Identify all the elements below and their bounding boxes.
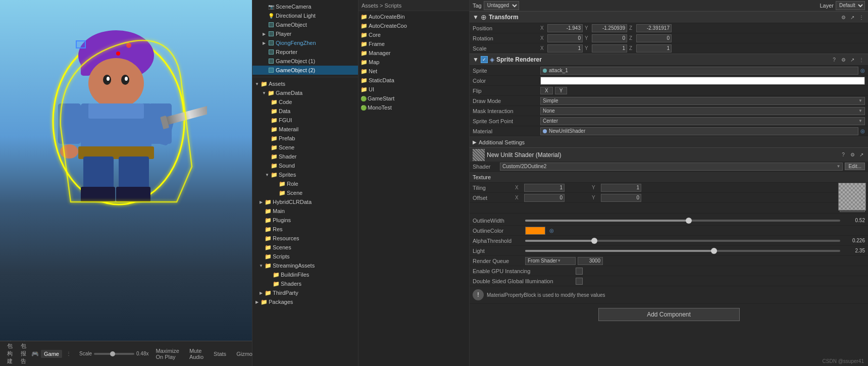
folder-code[interactable]: 📁 Code (252, 97, 358, 107)
hier-item-scenecamera[interactable]: 📷 SceneCamera (252, 2, 358, 11)
folder-scene2[interactable]: 📁 Scene (252, 188, 358, 197)
folder-streaming[interactable]: ▼ 📁 StreamingAssets (252, 261, 358, 270)
gamedata-folder[interactable]: ▼ 📁 GameData (252, 88, 358, 97)
sr-help-icon[interactable]: ? (831, 56, 838, 63)
asset-gamestart[interactable]: 🟢 GameStart (359, 94, 469, 103)
mute-label[interactable]: Mute Audio (186, 347, 207, 361)
material-component-header[interactable]: New Unlit Shader (Material) ? ⚙ ↗ (470, 147, 868, 162)
draw-mode-dropdown[interactable]: Simple ▼ (540, 97, 865, 105)
hier-item-qiongfengzhen[interactable]: ▶ QiongFengZhen (252, 38, 358, 47)
folder-scripts[interactable]: 📁 Scripts (252, 252, 358, 261)
folder-materail[interactable]: 📁 Materail (252, 125, 358, 134)
folder-resources[interactable]: 📁 Resources (252, 234, 358, 243)
sr-expand-icon[interactable]: ↗ (849, 56, 856, 63)
outline-color-swatch[interactable] (525, 227, 545, 235)
transform-component-header[interactable]: ▼ ⊕ Transform ⚙ ↗ ⋮ (470, 11, 868, 23)
folder-sound[interactable]: 📁 Sound (252, 161, 358, 170)
folder-shaders2[interactable]: 📁 Shaders (252, 279, 358, 288)
maximize-label[interactable]: Maximize On Play (152, 347, 182, 361)
transform-expand-icon[interactable]: ↗ (849, 14, 856, 21)
offset-x-input[interactable] (524, 194, 565, 202)
scale-slider[interactable] (94, 353, 134, 355)
additional-settings-section[interactable]: ▶ Additional Settings (470, 136, 868, 147)
folder-buildinfiles[interactable]: 📁 BuildinFiles (252, 270, 358, 279)
scale-y-input[interactable] (592, 44, 627, 53)
asset-core[interactable]: 📁 Core (359, 30, 469, 39)
expand-streaming[interactable]: ▼ (259, 263, 264, 268)
light-slider[interactable] (525, 250, 840, 252)
mat-expand-icon[interactable]: ↗ (858, 151, 865, 159)
folder-shader[interactable]: 📁 Shader (252, 152, 358, 161)
material-link-icon[interactable]: ◎ (860, 128, 865, 134)
tag-select[interactable]: Untagged (484, 1, 519, 10)
sr-menu-icon[interactable]: ⋮ (858, 56, 865, 63)
asset-autocreatebin[interactable]: 📁 AutoCreateBin (359, 12, 469, 21)
game-tab[interactable]: Game (41, 350, 62, 358)
outline-width-slider[interactable] (525, 220, 840, 222)
sr-settings-icon[interactable]: ⚙ (840, 56, 847, 63)
alpha-threshold-slider[interactable] (525, 240, 840, 242)
offset-y-input[interactable] (601, 194, 641, 202)
expand-gamedata[interactable]: ▼ (262, 90, 267, 95)
asset-map[interactable]: 📁 Map (359, 58, 469, 67)
hier-item-dirlight[interactable]: 💡 Directional Light (252, 11, 358, 20)
color-swatch[interactable] (540, 77, 865, 85)
asset-monotest[interactable]: 🟢 MonoTest (359, 103, 469, 112)
rot-x-input[interactable] (547, 34, 583, 42)
hier-item-reporter[interactable]: Reporter (252, 47, 358, 57)
folder-prefab[interactable]: 📁 Prefab (252, 134, 358, 143)
flip-y-button[interactable]: Y (555, 87, 568, 94)
texture-preview-box[interactable] (838, 183, 866, 211)
folder-scenes[interactable]: 📁 Scenes (252, 243, 358, 252)
transform-settings-icon[interactable]: ⚙ (840, 14, 847, 21)
pos-y-input[interactable] (592, 24, 627, 32)
folder-thirdparty[interactable]: ▶ 📁 ThirdParty (252, 288, 358, 297)
expand-thirdparty[interactable]: ▶ (259, 290, 264, 295)
folder-main[interactable]: 📁 Main (252, 206, 358, 216)
expand-arrow-player[interactable]: ▶ (262, 31, 267, 36)
expand-arrow-qfz[interactable]: ▶ (262, 40, 267, 45)
scale-x-input[interactable] (547, 44, 583, 53)
mask-interaction-dropdown[interactable]: None ▼ (540, 107, 865, 115)
outline-color-link[interactable]: ◎ (549, 228, 554, 233)
asset-net[interactable]: 📁 Net (359, 67, 469, 76)
transform-menu-icon[interactable]: ⋮ (858, 14, 865, 21)
assets-root[interactable]: ▼ 📁 Assets (252, 79, 358, 88)
hier-item-gameobject[interactable]: GameObject (252, 20, 358, 29)
folder-scene[interactable]: 📁 Scene (252, 143, 358, 152)
rot-z-input[interactable] (636, 34, 672, 42)
pos-x-input[interactable] (547, 24, 583, 32)
tiling-x-input[interactable] (524, 184, 565, 192)
folder-data[interactable]: 📁 Data (252, 107, 358, 116)
asset-frame[interactable]: 📁 Frame (359, 39, 469, 48)
scene-view[interactable] (0, 0, 252, 341)
sprite-field[interactable]: attack_1 (540, 67, 858, 75)
shader-dropdown[interactable]: Custom/2DOutline2 ▼ (500, 163, 843, 171)
scale-z-input[interactable] (636, 44, 672, 53)
hier-item-player[interactable]: ▶ Player (252, 29, 358, 38)
sprite-sort-point-dropdown[interactable]: Center ▼ (540, 117, 865, 125)
material-field[interactable]: NewUnlitShader (540, 127, 858, 135)
rq-val-input[interactable] (578, 257, 603, 265)
folder-hybridclr[interactable]: ▶ 📁 HybridCLRData (252, 197, 358, 206)
rq-dropdown[interactable]: From Shader ▼ (525, 257, 576, 265)
double-sided-checkbox[interactable] (576, 278, 583, 285)
shader-edit-button[interactable]: Edit... (845, 163, 865, 170)
expand-packages[interactable]: ▶ (254, 299, 260, 304)
asset-manager[interactable]: 📁 Manager (359, 48, 469, 58)
rot-y-input[interactable] (592, 34, 627, 42)
layer-select[interactable]: Default (836, 1, 865, 10)
stats-label[interactable]: Stats (211, 350, 229, 358)
folder-plugins[interactable]: 📁 Plugins (252, 216, 358, 225)
folder-role[interactable]: 📁 Role (252, 179, 358, 188)
sr-enabled-checkbox[interactable]: ✓ (481, 56, 488, 63)
add-component-button[interactable]: Add Component (598, 308, 740, 321)
sprite-renderer-header[interactable]: ▼ ✓ ◈ Sprite Renderer ? ⚙ ↗ ⋮ (470, 54, 868, 66)
flip-x-button[interactable]: X (540, 87, 553, 94)
hier-item-go1[interactable]: GameObject (1) (252, 57, 358, 66)
asset-ui[interactable]: 📁 UI (359, 85, 469, 94)
folder-packages[interactable]: ▶ 📁 Packages (252, 297, 358, 306)
folder-sprites[interactable]: ▼ 📁 Sprites (252, 170, 358, 179)
expand-sprites[interactable]: ▼ (265, 172, 270, 177)
pos-z-input[interactable] (636, 24, 672, 32)
